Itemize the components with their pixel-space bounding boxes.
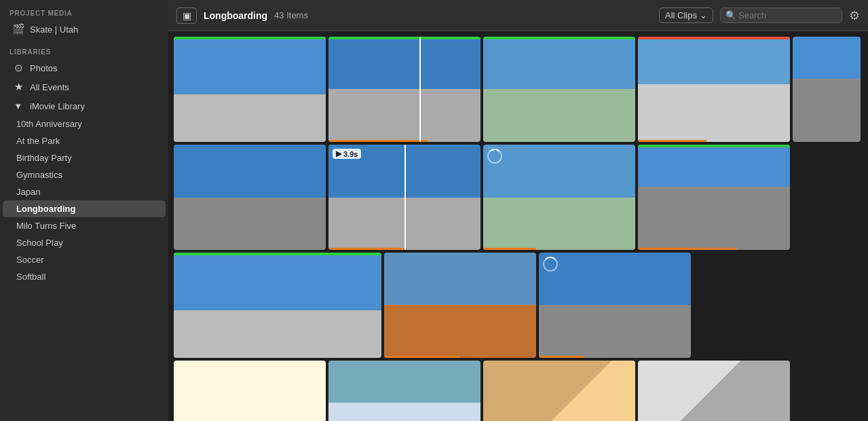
sidebar-event-gymnastics[interactable]: Gymnastics bbox=[3, 166, 166, 183]
clip-loading-spinner bbox=[487, 149, 502, 164]
clip-playhead bbox=[419, 37, 421, 142]
clip-loading-spinner bbox=[543, 257, 558, 272]
star-icon: ★ bbox=[12, 81, 24, 93]
event-label: Longboarding bbox=[16, 204, 75, 214]
clip-thumbnail[interactable]: ▶ 3.9s bbox=[328, 145, 480, 250]
clip-top-bar bbox=[638, 37, 790, 39]
photos-label: Photos bbox=[30, 63, 57, 73]
sidebar-event-softball[interactable]: Softball bbox=[3, 268, 166, 285]
clip-thumbnail[interactable] bbox=[483, 361, 635, 421]
event-label: Soccer bbox=[16, 255, 43, 265]
grid-row bbox=[174, 361, 863, 421]
clapboard-icon: 🎬 bbox=[12, 23, 24, 35]
clip-thumbnail[interactable] bbox=[384, 253, 536, 358]
sidebar-event-birthday-party[interactable]: Birthday Party bbox=[3, 149, 166, 166]
media-grid: ▶ 3.9s bbox=[168, 31, 868, 421]
sidebar-event-longboarding[interactable]: Longboarding bbox=[3, 200, 166, 217]
event-label: School Play bbox=[16, 238, 63, 248]
project-name: Skate | Utah bbox=[30, 24, 78, 35]
clip-thumbnail[interactable] bbox=[638, 361, 790, 421]
sidebar-item-project[interactable]: 🎬 Skate | Utah bbox=[3, 20, 166, 39]
sidebar-item-all-events[interactable]: ★ All Events bbox=[3, 77, 166, 96]
clips-filter-dropdown[interactable]: All Clips ⌄ bbox=[659, 7, 713, 23]
clip-top-bar bbox=[638, 145, 790, 147]
clip-bottom-bar bbox=[638, 248, 737, 250]
triangle-down-icon: ▾ bbox=[12, 100, 24, 112]
toolbar: ▣ Longboarding 43 Items All Clips ⌄ 🔍 ⚙ bbox=[168, 0, 868, 31]
event-label: 10th Anniversary bbox=[16, 119, 82, 129]
clip-thumbnail[interactable] bbox=[539, 253, 691, 358]
event-label: Milo Turns Five bbox=[16, 221, 76, 231]
sidebar: PROJECT MEDIA 🎬 Skate | Utah LIBRARIES ⊙… bbox=[0, 0, 168, 421]
settings-gear-icon[interactable]: ⚙ bbox=[849, 8, 860, 23]
imovie-library-label: iMovie Library bbox=[30, 101, 85, 111]
clip-top-bar bbox=[328, 37, 480, 39]
sidebar-item-photos[interactable]: ⊙ Photos bbox=[3, 58, 166, 77]
sidebar-event-milo-turns-five[interactable]: Milo Turns Five bbox=[3, 217, 166, 234]
event-label: Gymnastics bbox=[16, 170, 62, 180]
sidebar-toggle-icon: ▣ bbox=[183, 10, 191, 21]
clip-thumbnail[interactable] bbox=[174, 253, 381, 358]
clip-thumbnail[interactable] bbox=[793, 37, 861, 142]
event-label: Softball bbox=[16, 272, 45, 282]
sidebar-toggle-button[interactable]: ▣ bbox=[176, 7, 197, 24]
grid-row: ▶ 3.9s bbox=[174, 145, 863, 250]
sidebar-event-at-the-park[interactable]: At the Park bbox=[3, 132, 166, 149]
clip-thumbnail[interactable] bbox=[174, 145, 326, 250]
all-events-label: All Events bbox=[30, 82, 69, 92]
clip-top-bar bbox=[174, 37, 326, 39]
grid-row bbox=[174, 253, 863, 358]
sidebar-event-japan[interactable]: Japan bbox=[3, 183, 166, 200]
clip-top-bar bbox=[483, 37, 635, 39]
main-content: ▣ Longboarding 43 Items All Clips ⌄ 🔍 ⚙ bbox=[168, 0, 868, 421]
play-icon: ▶ bbox=[336, 149, 341, 158]
sidebar-event-10th-anniversary[interactable]: 10th Anniversary bbox=[3, 115, 166, 132]
clip-thumbnail[interactable] bbox=[328, 361, 480, 421]
clip-playhead bbox=[404, 145, 406, 250]
event-label: Japan bbox=[16, 187, 40, 197]
clip-thumbnail[interactable] bbox=[638, 37, 790, 142]
clip-thumbnail[interactable] bbox=[174, 361, 326, 421]
search-input[interactable] bbox=[720, 7, 842, 23]
clip-bottom-bar bbox=[638, 140, 706, 142]
clip-thumbnail[interactable] bbox=[328, 37, 480, 142]
duration-value: 3.9s bbox=[343, 150, 358, 158]
toolbar-item-count: 43 Items bbox=[274, 10, 308, 20]
chevron-down-icon: ⌄ bbox=[700, 10, 707, 20]
clip-top-bar bbox=[174, 253, 381, 255]
sidebar-event-soccer[interactable]: Soccer bbox=[3, 251, 166, 268]
clip-thumbnail[interactable] bbox=[638, 145, 790, 250]
clip-bottom-bar bbox=[539, 356, 584, 358]
grid-row bbox=[174, 37, 863, 142]
clip-duration-badge: ▶ 3.9s bbox=[333, 149, 361, 159]
event-label: At the Park bbox=[16, 136, 60, 146]
clip-bottom-bar bbox=[328, 140, 428, 142]
event-label: Birthday Party bbox=[16, 153, 72, 163]
clip-thumbnail[interactable] bbox=[174, 37, 326, 142]
sidebar-event-school-play[interactable]: School Play bbox=[3, 234, 166, 251]
clips-filter-label: All Clips bbox=[665, 10, 697, 20]
clip-thumbnail[interactable] bbox=[483, 37, 635, 142]
photos-icon: ⊙ bbox=[12, 62, 24, 74]
clip-bottom-bar bbox=[483, 248, 536, 250]
search-wrapper: 🔍 bbox=[720, 7, 842, 23]
toolbar-title: Longboarding bbox=[204, 10, 267, 21]
project-media-label: PROJECT MEDIA bbox=[0, 0, 168, 20]
sidebar-item-imovie-library[interactable]: ▾ iMovie Library bbox=[3, 96, 166, 115]
clip-bottom-bar bbox=[384, 356, 460, 358]
clip-bottom-bar bbox=[328, 248, 404, 250]
libraries-label: LIBRARIES bbox=[0, 39, 168, 58]
clip-thumbnail[interactable] bbox=[483, 145, 635, 250]
